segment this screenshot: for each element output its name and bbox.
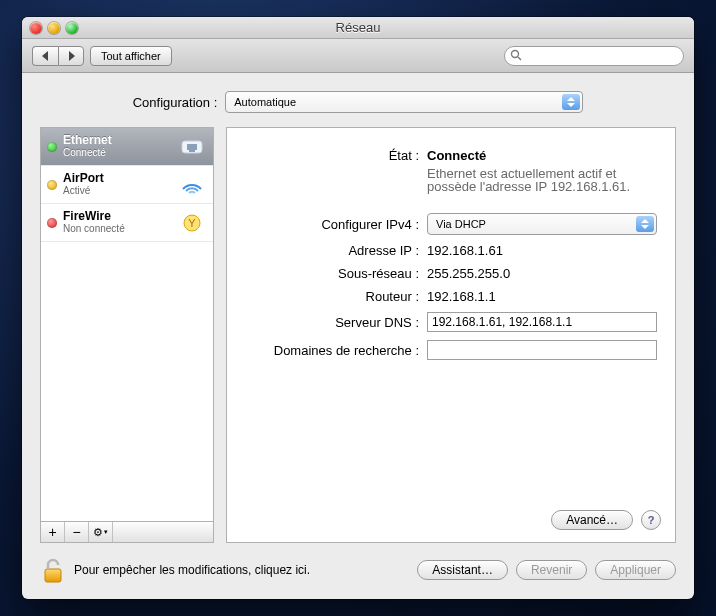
service-status: Connecté [63,147,173,159]
forward-button[interactable] [58,46,84,66]
advanced-button[interactable]: Avancé… [551,510,633,530]
popup-arrows-icon [636,216,654,232]
ip-label: Adresse IP : [245,243,427,258]
configuration-row: Configuration : Automatique [40,91,676,113]
ipv4-label: Configurer IPv4 : [245,217,427,232]
service-name: FireWire [63,210,173,223]
state-label: État : [245,148,427,163]
toolbar: Tout afficher [22,39,694,73]
mask-label: Sous-réseau : [245,266,427,281]
nav-buttons [32,46,84,66]
help-button[interactable]: ? [641,510,661,530]
preferences-window: Réseau Tout afficher Configuration : Aut… [22,17,694,599]
airport-icon [179,174,205,196]
window-title: Réseau [22,20,694,35]
revert-button: Revenir [516,560,587,580]
sidebar-item-firewire[interactable]: FireWire Non connecté Y [41,204,213,242]
router-value: 192.168.1.1 [427,289,657,304]
configuration-popup[interactable]: Automatique [225,91,583,113]
titlebar: Réseau [22,17,694,39]
sidebar-item-ethernet[interactable]: Ethernet Connecté [41,128,213,166]
back-button[interactable] [32,46,58,66]
search-domains-label: Domaines de recherche : [245,343,427,358]
status-dot-icon [47,218,57,228]
content-area: Configuration : Automatique Ethernet Con… [22,73,694,599]
remove-service-button[interactable]: − [65,522,89,542]
svg-text:Y: Y [188,217,196,229]
footer: Pour empêcher les modifications, cliquez… [40,555,676,585]
search-input[interactable] [504,46,684,66]
gear-icon: ⚙ [93,525,103,539]
svg-line-1 [518,57,521,60]
service-actions-button[interactable]: ⚙▾ [89,522,113,542]
svg-rect-4 [189,146,195,152]
add-service-button[interactable]: + [41,522,65,542]
apply-button: Appliquer [595,560,676,580]
service-status: Non connecté [63,223,173,235]
popup-arrows-icon [562,94,580,110]
ethernet-icon [179,136,205,158]
service-text: Ethernet Connecté [63,134,173,159]
sidebar-actions: + − ⚙▾ [40,521,214,543]
status-dot-icon [47,142,57,152]
sidebar-item-airport[interactable]: AirPort Activé [41,166,213,204]
configuration-label: Configuration : [133,95,218,110]
svg-rect-7 [45,569,61,582]
ip-value: 192.168.1.61 [427,243,657,258]
mask-value: 255.255.255.0 [427,266,657,281]
service-name: Ethernet [63,134,173,147]
lock-icon[interactable] [40,555,66,585]
state-description: Ethernet est actuellement actif et possè… [427,167,657,193]
services-list: Ethernet Connecté AirPort Activé [40,127,214,521]
dns-label: Serveur DNS : [245,315,427,330]
configuration-value: Automatique [234,96,296,108]
dns-input[interactable] [427,312,657,332]
status-dot-icon [47,180,57,190]
ipv4-value: Via DHCP [436,218,486,230]
assistant-button[interactable]: Assistant… [417,560,508,580]
split-panes: Ethernet Connecté AirPort Activé [40,127,676,543]
search-field[interactable] [504,46,684,66]
search-icon [510,49,522,61]
service-text: FireWire Non connecté [63,210,173,235]
services-sidebar: Ethernet Connecté AirPort Activé [40,127,214,543]
state-value: Connecté [427,148,657,163]
detail-pane: État : Connecté Ethernet est actuellemen… [226,127,676,543]
lock-text[interactable]: Pour empêcher les modifications, cliquez… [74,563,409,577]
show-all-button[interactable]: Tout afficher [90,46,172,66]
svg-point-0 [512,50,519,57]
router-label: Routeur : [245,289,427,304]
service-status: Activé [63,185,173,197]
ipv4-popup[interactable]: Via DHCP [427,213,657,235]
service-name: AirPort [63,172,173,185]
search-domains-input[interactable] [427,340,657,360]
firewire-icon: Y [179,212,205,234]
service-text: AirPort Activé [63,172,173,197]
